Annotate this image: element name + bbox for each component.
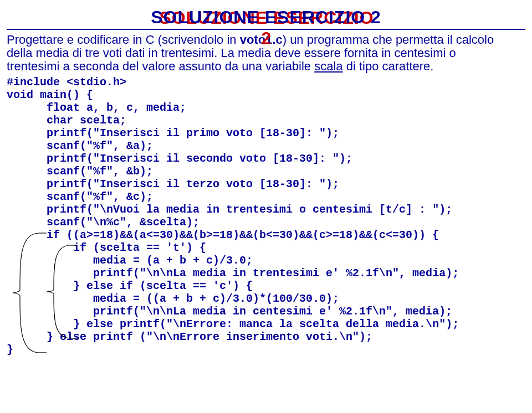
code-line: } <box>7 343 13 356</box>
intro-text: trentesimi a seconda del valore assunto … <box>7 59 314 73</box>
code-line: scanf("%f", &c); <box>7 190 153 203</box>
code-line: scanf("%f", &b); <box>7 165 153 178</box>
code-line: media = ((a + b + c)/3.0)*(100/30.0); <box>7 292 339 305</box>
code-line: void main() { <box>7 89 93 101</box>
code-line: printf("Inserisci il secondo voto [18-30… <box>7 152 352 165</box>
code-line: if ((a>=18)&&(a<=30)&&(b>=18)&&(b<=30)&&… <box>7 229 439 241</box>
code-line: #include <stdio.h> <box>7 76 126 89</box>
code-block: #include <stdio.h> void main() { float a… <box>7 76 525 356</box>
code-line: printf("\n\nLa media in centesimi e' %2.… <box>7 305 452 318</box>
code-line: scanf("\n%c", &scelta); <box>7 216 200 229</box>
title-front: SOLUZIONE ESERCIZIO 2 <box>151 7 381 27</box>
code-line: } else if (scelta == 'c') { <box>7 280 253 292</box>
code-line: float a, b, c, media; <box>7 101 186 114</box>
intro-text: di tipo carattere. <box>343 59 434 73</box>
code-line: media = (a + b + c)/3.0; <box>7 254 253 267</box>
code-line: printf("\n\nLa media in trentesimi e' %2… <box>7 267 459 280</box>
page-title: SOLUZIONE ESERCIZIO 2 SOLUZIONE ESERCIZI… <box>7 7 525 28</box>
code-line: scanf("%f", &a); <box>7 140 153 152</box>
code-line: char scelta; <box>7 114 126 127</box>
code-line: } else printf ("\n\nErrore inserimento v… <box>7 331 372 343</box>
code-line: if (scelta == 't') { <box>7 241 206 254</box>
code-line: printf("Inserisci il primo voto [18-30]:… <box>7 127 339 140</box>
code-line: printf("Inserisci il terzo voto [18-30]:… <box>7 178 339 190</box>
code-line: printf("\nVuoi la media in trentesimi o … <box>7 203 452 216</box>
intro-scala: scala <box>314 59 342 73</box>
code-line: } else printf("\nErrore: manca la scelta… <box>7 318 459 331</box>
